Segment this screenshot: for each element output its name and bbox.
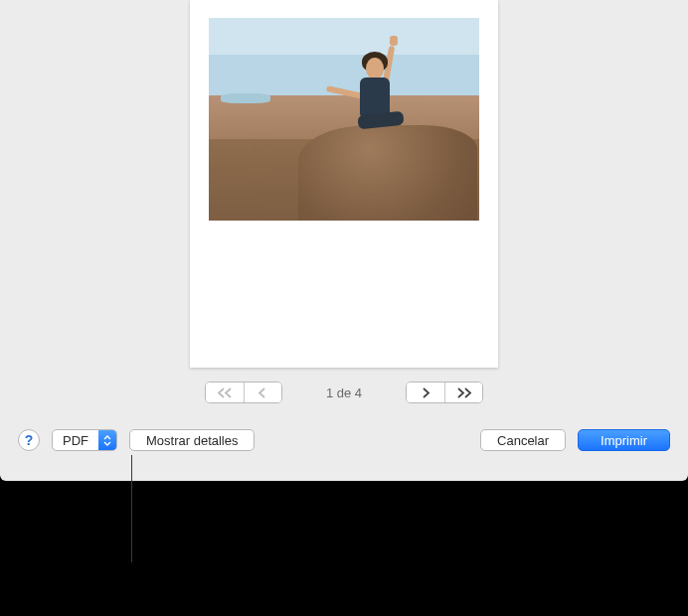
next-page-button[interactable] (407, 383, 444, 402)
double-chevron-right-icon (456, 387, 472, 398)
page-preview (190, 0, 498, 368)
print-label: Imprimir (601, 433, 647, 448)
show-details-label: Mostrar detalles (146, 433, 238, 448)
show-details-button[interactable]: Mostrar detalles (129, 429, 255, 451)
cancel-button[interactable]: Cancelar (480, 429, 566, 451)
page-indicator: 1 de 4 (326, 385, 362, 400)
chevron-right-icon (421, 387, 430, 398)
pdf-dropdown-label: PDF (53, 433, 98, 448)
pager-back-group (205, 382, 282, 403)
updown-chevron-icon (98, 430, 116, 450)
pdf-dropdown[interactable]: PDF (52, 429, 117, 451)
print-button[interactable]: Imprimir (578, 429, 670, 451)
last-page-button[interactable] (444, 383, 482, 402)
first-page-button[interactable] (206, 383, 244, 402)
prev-page-button[interactable] (244, 383, 281, 402)
callout-line (131, 455, 132, 562)
chevron-left-icon (258, 387, 267, 398)
help-button[interactable]: ? (18, 429, 40, 451)
preview-image (209, 18, 479, 221)
preview-area (0, 0, 688, 368)
pager: 1 de 4 (0, 382, 688, 403)
print-dialog: 1 de 4 ? PDF Mostrar detalles Cancelar (0, 0, 688, 481)
bottom-bar: ? PDF Mostrar detalles Cancelar Imprimir (0, 429, 688, 451)
help-icon: ? (25, 432, 34, 448)
pager-forward-group (406, 382, 483, 403)
cancel-label: Cancelar (497, 433, 549, 448)
double-chevron-left-icon (217, 387, 233, 398)
